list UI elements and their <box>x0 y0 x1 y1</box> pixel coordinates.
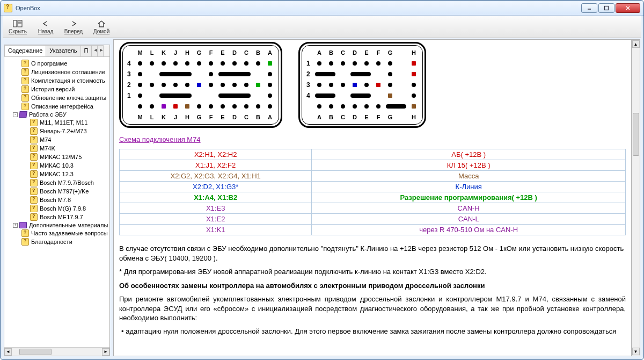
tree-item[interactable]: M74K <box>5 144 108 153</box>
help-icon <box>30 196 38 204</box>
paragraph-note1: В случае отсутствия связи с ЭБУ необходи… <box>119 244 626 263</box>
tree-item[interactable]: Лицензионное соглашение <box>5 68 108 76</box>
tree-item-label: МИКАС 10.3 <box>40 162 74 169</box>
tree-item-label: Январь-7.2+/М73 <box>40 128 87 134</box>
tree-item-label: Bosch M7.9.7/Bosch <box>40 179 94 186</box>
back-icon <box>41 19 50 28</box>
help-icon <box>30 119 38 126</box>
help-icon <box>21 60 29 67</box>
tree-item-label: О программе <box>31 60 67 67</box>
vertical-scrollbar[interactable]: ▲ ▼ <box>632 39 640 356</box>
tree-item[interactable]: -Работа с ЭБУ <box>5 111 108 118</box>
tree-item-label: M11, М11ЕТ, M11 <box>40 119 87 126</box>
help-icon <box>30 153 38 161</box>
tree-item-label: Bosch M7.8 <box>40 197 71 203</box>
tree-item[interactable]: МИКАС 12/М75 <box>5 153 108 161</box>
minimize-button[interactable] <box>581 3 597 13</box>
table-row: X1:E2CAN-L <box>120 214 626 225</box>
tree-item[interactable]: M11, М11ЕТ, M11 <box>5 118 108 127</box>
help-icon <box>30 145 38 152</box>
tree-item[interactable]: Обновление ключа защиты <box>5 93 108 102</box>
scroll-thumb[interactable] <box>19 349 52 355</box>
tree-item[interactable]: МИКАС 12.3 <box>5 170 108 178</box>
bullet-item: • адаптацию нуля положения дроссельной з… <box>121 327 626 335</box>
help-icon <box>30 205 38 212</box>
tree-item-label: Описание интерфейса <box>31 103 93 110</box>
desc-cell: Масса <box>312 171 626 182</box>
hide-icon <box>13 19 23 28</box>
connector-left: MLKJHGFEDCBA4321MLKJHGFEDCBA <box>119 42 282 128</box>
expander-icon[interactable]: + <box>13 223 18 228</box>
close-button[interactable] <box>616 3 640 13</box>
paragraph-body: При ремонте автомобилей укомплектованных… <box>119 294 626 323</box>
tab-search[interactable]: П <box>80 45 92 56</box>
window-title: OpenBox <box>16 5 40 11</box>
tree-item[interactable]: Bosch M(G) 7.9.8 <box>5 204 108 213</box>
scroll-down-icon[interactable]: ▼ <box>632 348 640 355</box>
help-icon <box>21 238 29 246</box>
titlebar: OpenBox <box>1 1 643 16</box>
tab-content[interactable]: Содержание <box>4 45 46 56</box>
section-heading: Об особенностях замены контроллера на ав… <box>119 281 626 291</box>
tree-item[interactable]: Благодарности <box>5 237 108 246</box>
tree-item[interactable]: Bosch ME17.9.7 <box>5 213 108 221</box>
maximize-button[interactable] <box>598 3 614 13</box>
navigation-panel: Содержание Указатель П ◄ ► О программеЛи… <box>4 45 110 356</box>
tree-item[interactable]: История версий <box>5 85 108 93</box>
tree-item-label: Bosch ME17.9.7 <box>40 214 83 220</box>
tree-item[interactable]: Bosch M7.9.7/Bosch <box>5 178 108 187</box>
tree-item[interactable]: Часто задаваемые вопросы <box>5 229 108 237</box>
tree-item[interactable]: Bosch M7.8 <box>5 196 108 204</box>
pin-cell: X1:E3 <box>120 203 312 214</box>
tree-view[interactable]: О программеЛицензионное соглашениеКомпле… <box>4 57 109 347</box>
tree-item[interactable]: Описание интерфейса <box>5 102 108 111</box>
home-icon <box>97 19 106 28</box>
tree-item[interactable]: Bosch M797(+)/Ke <box>5 187 108 196</box>
help-icon <box>21 77 29 84</box>
desc-cell: КЛ 15( +12В ) <box>312 160 626 171</box>
expander-icon[interactable]: - <box>13 112 18 117</box>
tree-item-label: Bosch M(G) 7.9.8 <box>40 205 86 212</box>
scroll-thumb-v[interactable] <box>633 113 639 156</box>
tree-item[interactable]: МИКАС 10.3 <box>5 161 108 170</box>
tree-item[interactable]: Комплектация и стоимость <box>5 76 108 85</box>
table-row: X1:A4, X1:B2Разрешение программирования(… <box>120 192 626 203</box>
tab-index[interactable]: Указатель <box>46 45 80 56</box>
nav-tabs: Содержание Указатель П ◄ ► <box>4 45 109 57</box>
tree-item[interactable]: +Дополнительные материалы <box>5 221 108 229</box>
svg-rect-5 <box>18 20 22 27</box>
scroll-track[interactable] <box>632 48 640 347</box>
tree-item[interactable]: О программе <box>5 59 108 68</box>
svg-rect-1 <box>605 6 609 10</box>
window-controls <box>581 3 640 13</box>
tree-item[interactable]: Январь-7.2+/М73 <box>5 127 108 135</box>
tree-item-label: Обновление ключа защиты <box>31 95 106 101</box>
table-row: X1:K1через R 470-510 Ом на CAN-H <box>120 225 626 235</box>
tree-item-label: Лицензионное соглашение <box>31 69 105 75</box>
forward-icon <box>69 19 78 28</box>
forward-button[interactable]: Вперед <box>62 19 85 34</box>
tree-item[interactable]: M74 <box>5 135 108 144</box>
back-button[interactable]: Назад <box>34 19 57 34</box>
help-icon <box>30 170 38 178</box>
tree-item-label: МИКАС 12/М75 <box>40 154 82 160</box>
tree-item-label: История версий <box>31 86 75 92</box>
desc-cell: CAN-H <box>312 203 626 214</box>
tree-item-label: МИКАС 12.3 <box>40 171 74 177</box>
connector-right: ABCDEFGH1234ABCDEFGH <box>298 42 426 128</box>
tab-scroll-right[interactable]: ► <box>97 45 104 56</box>
pin-cell: X1:J1, X2:F2 <box>120 160 312 171</box>
pin-cell: X1:A4, X1:B2 <box>120 192 312 203</box>
svg-rect-4 <box>13 20 17 27</box>
horizontal-scrollbar[interactable]: ◄ ► <box>4 347 109 356</box>
scroll-left-icon[interactable]: ◄ <box>4 348 12 356</box>
table-row: X2:H1, X2:H2АБ( +12В ) <box>120 149 626 160</box>
scroll-up-icon[interactable]: ▲ <box>632 40 640 48</box>
desc-cell: через R 470-510 Ом на CAN-H <box>312 225 626 235</box>
table-row: X2:D2, X1:G3*К-Линия <box>120 182 626 192</box>
home-button[interactable]: Домой <box>90 19 113 34</box>
hide-button[interactable]: Скрыть <box>6 19 30 34</box>
scheme-link[interactable]: Схема подключения М74 <box>119 135 201 143</box>
scroll-right-icon[interactable]: ► <box>102 348 109 356</box>
help-icon <box>21 229 29 237</box>
